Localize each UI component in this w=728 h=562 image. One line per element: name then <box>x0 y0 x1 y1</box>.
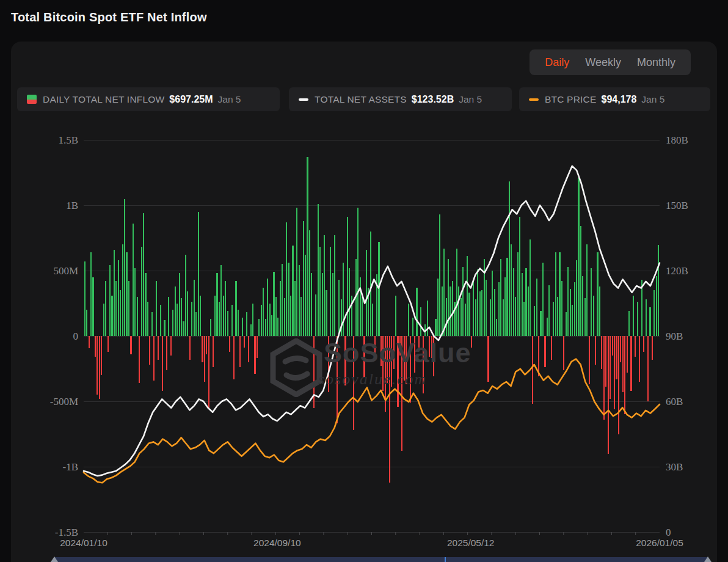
inflow-bar <box>248 336 249 362</box>
inflow-bar <box>433 336 434 376</box>
inflow-bar <box>412 318 413 336</box>
inflow-bar <box>284 298 285 336</box>
inflow-bar <box>401 336 402 451</box>
inflow-bar <box>292 246 293 336</box>
inflow-bar <box>343 263 344 336</box>
y-axis-left-tick-label: 500M <box>53 265 78 277</box>
inflow-bar <box>338 280 340 336</box>
inflow-bar <box>563 336 564 370</box>
inflow-bar <box>134 268 136 336</box>
inflow-bar <box>139 336 140 383</box>
inflow-bar <box>616 336 617 379</box>
inflow-bar <box>96 336 98 395</box>
slider-left-handle-icon[interactable] <box>51 557 58 562</box>
inflow-bar <box>612 336 613 356</box>
inflow-bar <box>538 336 539 376</box>
inflow-bar <box>111 296 112 336</box>
inflow-bar <box>105 281 106 336</box>
inflow-bar <box>166 336 167 370</box>
inflow-bar <box>486 280 487 336</box>
inflow-bar <box>162 336 163 391</box>
inflow-bar <box>269 304 271 337</box>
inflow-bar <box>582 276 583 336</box>
inflow-bar <box>646 299 647 336</box>
inflow-bar <box>170 336 172 356</box>
inflow-bar <box>595 336 596 365</box>
inflow-bar <box>639 336 640 382</box>
inflow-bar <box>95 336 96 357</box>
inflow-bar <box>347 217 348 336</box>
inflow-bar <box>574 282 575 336</box>
inflow-bar <box>239 336 241 367</box>
inflow-bar <box>492 271 493 336</box>
inflow-bar <box>290 296 291 336</box>
inflow-bar <box>225 281 226 336</box>
inflow-bar <box>141 247 142 336</box>
inflow-bar <box>637 302 638 336</box>
inflow-bar <box>503 299 504 336</box>
inflow-bar <box>429 336 430 357</box>
y-axis-right-tick-label: 150B <box>666 200 688 211</box>
datazoom-slider[interactable] <box>54 557 708 562</box>
y-axis-left-tick-label: 0 <box>73 330 79 342</box>
inflow-bar <box>601 336 602 369</box>
inflow-bar <box>296 208 297 336</box>
inflow-bar <box>214 296 216 336</box>
inflow-bar <box>124 199 125 336</box>
inflow-bar <box>628 311 630 336</box>
inflow-bar <box>204 336 205 382</box>
inflow-bar <box>557 297 558 336</box>
inflow-bar <box>614 336 615 409</box>
inflow-bar <box>143 213 144 336</box>
inflow-bar <box>442 286 443 336</box>
inflow-bar <box>318 204 319 336</box>
inflow-bar <box>263 288 264 336</box>
inflow-bar <box>599 286 600 336</box>
inflow-bar <box>561 281 562 336</box>
inflow-bar <box>122 244 123 336</box>
inflow-bar <box>324 235 325 336</box>
inflow-bar <box>477 269 478 336</box>
inflow-bar <box>528 286 529 336</box>
inflow-bar <box>168 297 169 336</box>
inflow-bar <box>349 268 350 336</box>
inflow-bar <box>653 290 655 336</box>
inflow-bar <box>439 214 440 336</box>
inflow-bar <box>280 281 281 336</box>
chart-panel: Daily Weekly Monthly DAILY TOTAL NET INF… <box>11 42 717 562</box>
inflow-bar <box>618 336 619 434</box>
inflow-bar <box>326 290 327 336</box>
inflow-bar <box>194 280 195 336</box>
inflow-bar <box>551 336 552 360</box>
inflow-bar <box>90 252 92 336</box>
slider-right-handle-icon[interactable] <box>704 557 712 562</box>
inflow-bar <box>465 304 466 337</box>
inflow-bar <box>397 336 398 407</box>
inflow-bar <box>137 297 138 336</box>
inflow-bar <box>435 319 436 336</box>
inflow-bar <box>177 304 178 337</box>
inflow-bar <box>597 252 598 336</box>
inflow-bar <box>307 157 308 336</box>
inflow-bar <box>303 221 304 336</box>
inflow-bar <box>220 265 222 336</box>
inflow-bar <box>374 336 376 356</box>
y-axis-left-tick-label: -500M <box>50 396 78 407</box>
inflow-bar <box>181 298 182 336</box>
inflow-bar <box>458 286 459 336</box>
inflow-bar <box>633 296 634 336</box>
inflow-bar <box>544 336 545 367</box>
inflow-bar <box>198 212 199 336</box>
inflow-bar <box>387 336 388 383</box>
inflow-bar <box>443 249 445 336</box>
inflow-bar <box>208 336 209 409</box>
inflow-bar <box>277 318 278 336</box>
y-axis-left-tick-label: 1.5B <box>58 134 78 146</box>
inflow-bar <box>322 273 323 336</box>
inflow-bar <box>404 336 405 381</box>
inflow-bar <box>210 319 211 336</box>
inflow-bar <box>362 297 363 336</box>
inflow-bar <box>92 277 93 336</box>
inflow-bar <box>547 318 548 336</box>
inflow-bar <box>610 336 611 399</box>
